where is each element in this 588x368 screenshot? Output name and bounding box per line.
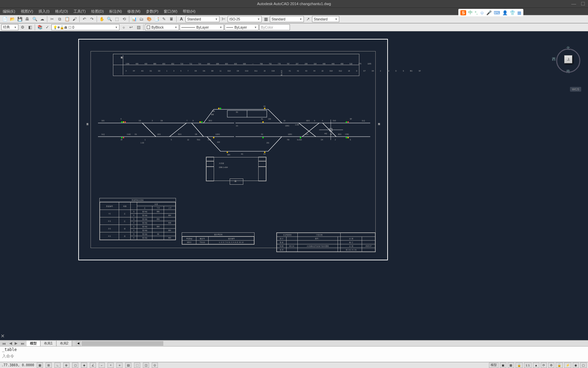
sc-icon[interactable]: ◫ [143, 363, 149, 368]
wcs-label[interactable]: WCS [570, 87, 581, 92]
layer-iso-icon[interactable]: ▤ [135, 24, 142, 31]
menu-format[interactable]: 格式(O) [55, 9, 68, 14]
hardware-accel-icon[interactable]: ⚡ [564, 363, 571, 368]
match-icon[interactable]: 🖌 [71, 16, 78, 22]
grid-toggle-icon[interactable]: ⊞ [46, 363, 52, 368]
menu-modify[interactable]: 修改(M) [127, 9, 141, 14]
cut-icon[interactable]: ✂ [49, 16, 55, 22]
toolbar-lock-icon[interactable]: 🔓 [556, 363, 563, 368]
annovis-icon[interactable]: ▲ [533, 363, 539, 368]
quickcalc-icon[interactable]: 🖩 [168, 16, 175, 22]
dyn-icon[interactable]: + [108, 363, 114, 368]
menu-edit[interactable]: 编辑(E) [3, 9, 15, 14]
tab-model[interactable]: 模型 [27, 341, 40, 346]
tab-nav-prev-icon[interactable]: ◀ [8, 341, 13, 346]
lwt-icon[interactable]: ≡ [116, 363, 122, 368]
svg-text:D4: D4 [321, 139, 323, 141]
zoomprev-icon[interactable]: ⟲ [121, 16, 128, 22]
isolate-icon[interactable]: ◉ [573, 363, 579, 368]
modelspace-toggle[interactable]: 模型 [489, 363, 499, 368]
zoom-icon[interactable]: 🔍 [106, 16, 113, 22]
scroll-left-icon[interactable]: ◀ [76, 341, 81, 346]
props-icon[interactable]: 📊 [131, 16, 137, 22]
command-prompt[interactable]: 入命令 [0, 353, 588, 360]
open-icon[interactable]: 📂 [9, 16, 16, 22]
publish-icon[interactable]: ☁ [39, 16, 46, 22]
tab-nav-last-icon[interactable]: ⏭ [19, 341, 27, 346]
table-style-combo[interactable]: Standard▼ [270, 16, 304, 22]
dim-style-combo[interactable]: ISO-25▼ [228, 16, 262, 22]
quickview-layouts-icon[interactable]: ▣ [500, 363, 506, 368]
dim-style-icon[interactable]: ⊢ [220, 16, 227, 22]
toolpalette-icon[interactable]: 🎨 [146, 16, 152, 22]
annotation-scale[interactable]: 1:1 [524, 363, 532, 368]
ducs-icon[interactable]: ⌐ [99, 363, 105, 368]
layer-prev-icon[interactable]: ↩ [128, 24, 134, 31]
menu-view[interactable]: 视图(V) [21, 9, 33, 14]
command-line[interactable]: _table 入命令 [0, 346, 588, 362]
text-style-icon[interactable]: A [178, 16, 185, 22]
viewport-close[interactable]: ✕ [1, 333, 5, 339]
polar-icon[interactable]: ⊕ [63, 363, 69, 368]
save-icon[interactable]: 💾 [16, 16, 23, 22]
menu-tools[interactable]: 工具(T) [74, 9, 86, 14]
workspace-settings-icon[interactable]: ⚙ [19, 24, 26, 31]
undo-icon[interactable]: ↶ [81, 16, 88, 22]
menu-parametric[interactable]: 参数(P) [146, 9, 159, 14]
layer-states-icon[interactable]: ✓ [44, 24, 51, 31]
maximize-button[interactable]: ☐ [581, 1, 585, 6]
tab-nav-first-icon[interactable]: ⏮ [0, 341, 8, 346]
am-icon[interactable]: ⊙ [152, 363, 158, 368]
layer-manager-icon[interactable]: 📚 [36, 24, 43, 31]
workspace-switch-icon[interactable]: ⚙ [548, 363, 554, 368]
pan-icon[interactable]: ✋ [98, 16, 105, 22]
tab-layout2[interactable]: 布局2 [56, 341, 72, 346]
mleader-style-icon[interactable]: ↗ [305, 16, 311, 22]
copy-icon[interactable]: ⧉ [56, 16, 63, 22]
workspace-save-icon[interactable]: ◧ [27, 24, 33, 31]
quickview-drawings-icon[interactable]: ▦ [508, 363, 514, 368]
qp-icon[interactable]: ⬚ [134, 363, 140, 368]
sheet-icon[interactable]: 📑 [153, 16, 160, 22]
snap-icon[interactable]: ▦ [37, 363, 43, 368]
menu-draw[interactable]: 绘图(D) [91, 9, 104, 14]
minimize-button[interactable]: — [571, 1, 576, 6]
lineweight-combo[interactable]: ByLayer▼ [225, 24, 259, 30]
menu-insert[interactable]: 插入(I) [38, 9, 49, 14]
menu-help[interactable]: 帮助(H) [183, 9, 195, 14]
ortho-icon[interactable]: ∟ [54, 363, 61, 368]
linetype-combo[interactable]: ByLayer▼ [180, 24, 224, 30]
zoomwin-icon[interactable]: ⬚ [113, 16, 120, 22]
print-icon[interactable]: 🖶 [24, 16, 31, 22]
scroll-thumb[interactable] [82, 341, 163, 346]
mleader-style-combo[interactable]: Standard▼ [312, 16, 339, 22]
menu-dimension[interactable]: 标注(N) [109, 9, 122, 14]
color-combo[interactable]: ByBlock▼ [145, 24, 179, 30]
osnap-icon[interactable]: ◻ [72, 363, 78, 368]
3dosnap-icon[interactable]: ◈ [81, 363, 87, 368]
ime-badge[interactable]: S 中 °, ☺ 🎤 ⌨ 👤 👕 ▦ [458, 9, 523, 16]
drawing-area[interactable]: 距信号楼距离 119640943088965365271971271469068… [0, 37, 588, 337]
paste-icon[interactable]: 📋 [64, 16, 70, 22]
designcenter-icon[interactable]: 🗂 [138, 16, 145, 22]
redo-icon[interactable]: ↷ [88, 16, 95, 22]
cleanscreen-icon[interactable]: ▢ [580, 363, 587, 368]
tab-layout1[interactable]: 布局1 [40, 341, 56, 346]
menu-window[interactable]: 窗口(W) [164, 9, 177, 14]
workspace-combo[interactable]: 经典▼ [1, 24, 18, 30]
plotstyle-combo[interactable]: ByColor [259, 24, 290, 30]
tab-nav-next-icon[interactable]: ▶ [13, 341, 19, 346]
annoauto-icon[interactable]: ⟳ [541, 363, 547, 368]
otrack-icon[interactable]: ∠ [90, 363, 96, 368]
h-scrollbar[interactable]: ◀ [76, 341, 588, 346]
annoscale-icon[interactable]: 🔒 [516, 363, 523, 368]
layer-combo[interactable]: 💡❄🔓🖶 ☐ 0▼ [51, 24, 119, 30]
text-style-combo[interactable]: Standard▼ [185, 16, 219, 22]
table-style-icon[interactable]: ▦ [262, 16, 269, 22]
layer-match-icon[interactable]: ⟐ [120, 24, 127, 31]
new-icon[interactable]: 📄 [1, 16, 8, 22]
preview-icon[interactable]: 🔍 [31, 16, 38, 22]
view-cube[interactable]: 北 西 南 上 [554, 44, 581, 75]
markup-icon[interactable]: ✎ [161, 16, 167, 22]
tpy-icon[interactable]: ▤ [125, 363, 131, 368]
